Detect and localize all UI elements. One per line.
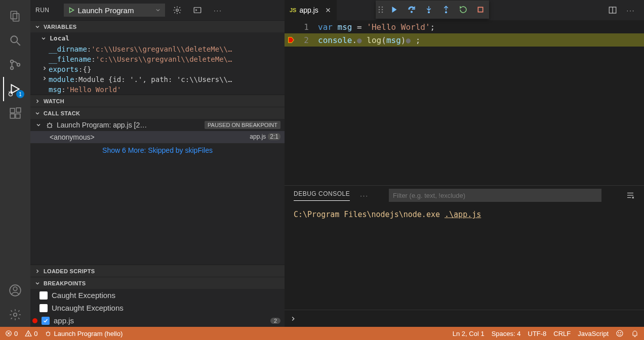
js-file-icon: JS [290, 7, 296, 13]
local-scope-header[interactable]: Local [30, 32, 285, 44]
breakpoint-caught-row[interactable]: Caught Exceptions [30, 289, 285, 302]
close-icon[interactable] [325, 7, 332, 14]
status-indentation[interactable]: Spaces: 4 [492, 330, 521, 337]
debug-badge: 1 [16, 90, 24, 98]
callstack-frame-row[interactable]: <anonymous> app.js2:1 [30, 131, 285, 143]
console-file-link[interactable]: .\app.js [445, 210, 481, 219]
continue-button[interactable] [386, 1, 403, 18]
variables-section-header[interactable]: VARIABLES [30, 20, 285, 32]
chevron-down-icon [39, 35, 48, 41]
svg-rect-13 [16, 114, 20, 118]
console-input[interactable] [285, 310, 644, 327]
more-icon[interactable]: ··· [210, 2, 226, 18]
more-icon[interactable]: ··· [360, 192, 369, 199]
bug-icon [46, 121, 54, 129]
svg-point-29 [382, 7, 383, 8]
variable-row[interactable]: msg: 'Hello World' [30, 84, 285, 95]
breakpoint-file-row[interactable]: app.js 2 [30, 314, 285, 327]
svg-point-5 [11, 67, 13, 69]
restart-button[interactable] [455, 1, 472, 18]
breakpoint-current-icon[interactable] [285, 36, 298, 44]
editor-tabbar: JS app.js ··· [285, 0, 644, 20]
breakpoints-section-header[interactable]: BREAKPOINTS [30, 277, 285, 289]
loaded-scripts-section-header[interactable]: LOADED SCRIPTS [30, 265, 285, 277]
svg-rect-12 [10, 114, 15, 118]
svg-line-27 [51, 127, 52, 128]
run-title: RUN [35, 7, 60, 14]
chevron-down-icon [33, 110, 42, 116]
status-debug-session[interactable]: Launch Program (hello) [45, 330, 123, 337]
play-icon [68, 7, 75, 14]
search-icon[interactable] [3, 28, 27, 53]
debug-console-icon[interactable] [189, 2, 206, 18]
extensions-icon[interactable] [3, 101, 27, 125]
notifications-icon[interactable] [631, 329, 639, 337]
clear-console-icon[interactable] [626, 191, 635, 200]
chevron-right-icon [33, 268, 42, 274]
status-language[interactable]: JavaScript [578, 330, 609, 337]
variable-row[interactable]: exports: {} [30, 64, 285, 74]
breakpoint-uncaught-row[interactable]: Uncaught Exceptions [30, 302, 285, 314]
step-over-button[interactable] [403, 1, 420, 18]
callstack-session-row[interactable]: Launch Program: app.js [2… PAUSED ON BRE… [30, 119, 285, 131]
svg-point-52 [617, 330, 623, 336]
activity-bar: 1 [0, 0, 30, 327]
feedback-icon[interactable] [616, 329, 624, 337]
svg-point-47 [28, 335, 29, 335]
chevron-down-icon [33, 280, 42, 286]
run-debug-icon[interactable]: 1 [3, 77, 27, 101]
debug-console-tab[interactable]: DEBUG CONSOLE [294, 190, 350, 201]
status-bar: 0 0 Launch Program (hello) Ln 2, Col 1 S… [0, 327, 644, 340]
tab-app-js[interactable]: JS app.js [285, 0, 337, 20]
status-cursor-position[interactable]: Ln 2, Col 1 [453, 330, 485, 337]
launch-config-select[interactable]: Launch Program [64, 4, 166, 17]
settings-gear-icon[interactable] [3, 303, 27, 327]
code-editor[interactable]: 1 var msg = 'Hello World'; 2 console.● l… [285, 20, 644, 185]
svg-rect-1 [13, 14, 19, 21]
callstack-section-header[interactable]: CALL STACK [30, 107, 285, 119]
svg-point-4 [11, 60, 13, 63]
status-encoding[interactable]: UTF-8 [528, 330, 547, 337]
chevron-right-icon [41, 75, 49, 83]
debug-toolbar[interactable] [376, 1, 489, 19]
stop-button[interactable] [472, 1, 489, 18]
more-icon[interactable]: ··· [623, 2, 639, 18]
checkbox-icon[interactable] [39, 304, 48, 312]
console-filter-input[interactable] [389, 189, 601, 202]
svg-line-50 [46, 332, 47, 333]
svg-line-23 [51, 123, 52, 124]
checkbox-icon[interactable] [39, 291, 48, 300]
svg-point-18 [176, 9, 179, 12]
gear-icon[interactable] [169, 2, 185, 18]
status-warnings[interactable]: 0 [25, 330, 37, 337]
svg-rect-19 [194, 8, 202, 13]
breakpoint-line-badge: 2 [270, 318, 280, 324]
svg-line-51 [50, 332, 51, 333]
variable-row[interactable]: __filename: 'c:\\Users\\gregvanl\\delete… [30, 54, 285, 64]
split-editor-icon[interactable] [605, 2, 621, 18]
accounts-icon[interactable] [3, 278, 27, 303]
console-output: C:\Program Files\nodejs\node.exe .\app.j… [285, 205, 644, 310]
svg-line-9 [9, 92, 10, 93]
chevron-right-icon [290, 315, 297, 322]
drag-handle-icon[interactable] [376, 6, 386, 14]
variable-row[interactable]: __dirname: 'c:\\Users\\gregvanl\\deleteM… [30, 44, 285, 54]
checkbox-checked-icon[interactable] [42, 317, 50, 325]
explorer-icon[interactable] [3, 4, 27, 28]
pause-status-chip: PAUSED ON BREAKPOINT [205, 121, 280, 129]
step-into-button[interactable] [420, 1, 437, 18]
svg-point-38 [446, 12, 447, 13]
svg-point-31 [382, 9, 383, 11]
status-errors[interactable]: 0 [5, 330, 18, 337]
svg-line-10 [12, 92, 13, 93]
source-control-icon[interactable] [3, 53, 27, 77]
svg-rect-0 [11, 11, 17, 19]
svg-line-26 [47, 127, 48, 128]
status-eol[interactable]: CRLF [553, 330, 571, 337]
chevron-right-icon [33, 98, 42, 104]
step-out-button[interactable] [437, 1, 455, 18]
svg-point-36 [428, 12, 430, 13]
watch-section-header[interactable]: WATCH [30, 95, 285, 107]
show-more-frames[interactable]: Show 6 More: Skipped by skipFiles [30, 143, 285, 157]
variable-row[interactable]: module: Module {id: '.', path: 'c:\\User… [30, 74, 285, 84]
